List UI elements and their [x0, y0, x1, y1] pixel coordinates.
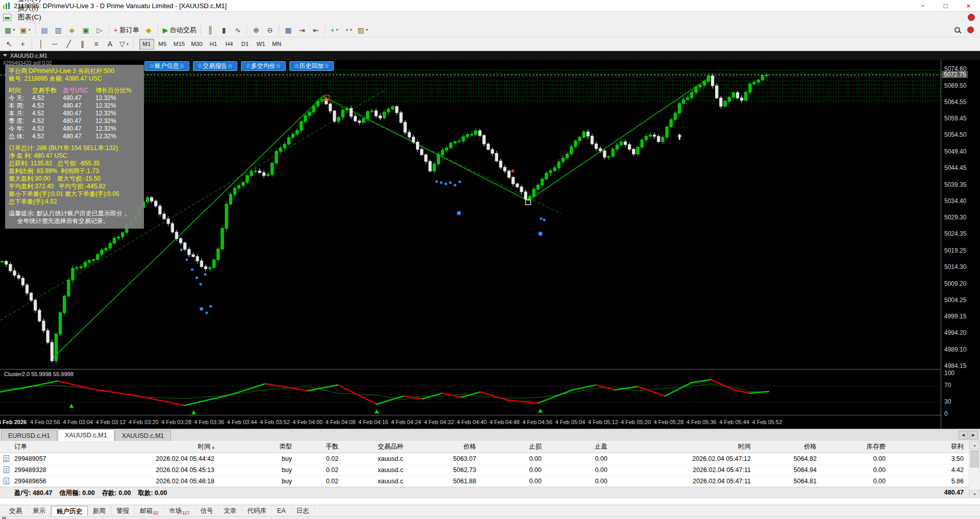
scroll-down-icon[interactable]: ▼ [969, 490, 980, 498]
search-icon[interactable] [954, 27, 960, 33]
timeframe-m30-button[interactable]: M30 [188, 39, 205, 50]
bottom-tab-11[interactable]: EA [272, 506, 291, 516]
timeframe-h1-button[interactable]: H1 [206, 39, 221, 50]
order-doc-icon [4, 455, 9, 462]
bottom-tab-5[interactable]: 警报 [111, 506, 135, 516]
bottom-tab-8[interactable]: 信号 [195, 506, 218, 516]
vertical-line-icon: │ [39, 40, 43, 47]
chart-button-3[interactable]: ☆多空均价☆ [241, 61, 286, 71]
crosshair-button[interactable]: + [16, 38, 29, 50]
channel-button[interactable]: ∥ [76, 38, 89, 50]
timeframe-mn-button[interactable]: MN [270, 39, 284, 50]
timeframe-h4-button[interactable]: H4 [222, 39, 237, 50]
chart-button-1[interactable]: ☆账户信息☆ [144, 61, 189, 71]
minimize-button[interactable]: − [911, 0, 934, 11]
chart-shift-button[interactable]: ⇤ [309, 24, 322, 36]
autotrading-button[interactable]: ▶自动交易 [161, 24, 199, 36]
history-row-2[interactable]: 2994893282026.02.04 05:45:13buy0.02xauus… [0, 464, 969, 476]
oscillator-chart-canvas[interactable] [0, 369, 941, 415]
chart-tab-1[interactable]: EURUSD.c,H1 [1, 430, 57, 441]
timeframe-w1-button[interactable]: W1 [254, 39, 268, 50]
column-header-1[interactable]: 订单 [13, 442, 92, 451]
collapse-chart-icon[interactable] [3, 54, 7, 57]
panel-table-row: 本 周:4.52480.4712.32% [9, 102, 140, 110]
new-chart-button[interactable]: ▦▾ [3, 24, 17, 36]
close-button[interactable]: × [957, 0, 980, 11]
bottom-tab-1[interactable]: 交易 [4, 506, 28, 516]
menu-item-3[interactable]: 插入(I) [13, 4, 47, 13]
chart-tab-3[interactable]: XAUUSD.c,M1 [115, 430, 172, 441]
chart-mini-icon [3, 14, 11, 21]
terminal-button[interactable]: ▣ [80, 24, 92, 36]
chart-button-4[interactable]: ☆历史回放☆ [289, 61, 334, 71]
indicators-button[interactable]: +▾ [328, 24, 340, 36]
candles-chart-button[interactable]: ▮ [217, 24, 230, 36]
periods-button[interactable]: ◔▾ [341, 24, 354, 36]
arrows-button[interactable]: ▽▾ [117, 38, 131, 50]
column-header-10[interactable]: 价格 [756, 442, 822, 451]
bottom-tab-7[interactable]: 市场117 [164, 506, 195, 516]
price-axis[interactable]: 5072.75 5074.605069.505064.555059.455054… [941, 60, 980, 429]
history-row-3[interactable]: 2994896562026.02.04 05:46:18buy0.02xauus… [0, 476, 969, 487]
time-axis[interactable]: 4 Feb 20264 Feb 02:564 Feb 03:044 Feb 03… [0, 415, 941, 429]
timeframe-d1-button[interactable]: D1 [238, 39, 253, 50]
timeframe-m5-button[interactable]: M5 [155, 39, 170, 50]
navigator-button[interactable]: ◈ [66, 24, 79, 36]
notification-icon[interactable] [968, 14, 975, 21]
bottom-tab-3[interactable]: 账户历史 [51, 506, 88, 516]
column-header-9[interactable]: 时间 [612, 442, 756, 451]
trendline-button[interactable]: ╱ [62, 38, 75, 50]
bottom-tab-4[interactable]: 新闻 [88, 506, 111, 516]
maximize-button[interactable]: □ [934, 0, 957, 11]
zoom-out-button[interactable]: ⊖ [263, 24, 276, 36]
panel-cell: 480.47 [63, 125, 95, 133]
horizontal-line-button[interactable]: ─ [48, 38, 61, 50]
timeframe-m15-button[interactable]: M15 [171, 39, 187, 50]
text-button[interactable]: A [104, 38, 116, 50]
profiles-button[interactable]: ▣▾ [18, 24, 32, 36]
strategy-tester-button[interactable]: ▷ [93, 24, 106, 36]
templates-button[interactable]: ▨▾ [355, 24, 370, 36]
column-header-12[interactable]: 获利 [891, 442, 969, 451]
scroll-up-icon[interactable]: ▲ [969, 441, 980, 449]
menu-item-4[interactable]: 图表(C) [13, 13, 47, 22]
column-header-4[interactable]: 手数 [297, 442, 344, 451]
column-header-11[interactable]: 库存费 [822, 442, 891, 451]
vertical-line-button[interactable]: │ [35, 38, 47, 50]
data-window-button[interactable]: ▥ [52, 24, 65, 36]
column-header-2[interactable]: 时间▴ [92, 442, 219, 451]
chart-button-2[interactable]: ☆交易报告☆ [193, 61, 238, 71]
column-header-7[interactable]: 止损 [481, 442, 547, 451]
tabs-scroll-left-icon[interactable]: ◀ [959, 431, 968, 439]
new-order-button[interactable]: +新订单 [112, 24, 141, 36]
auto-scroll-button[interactable]: ⇥ [296, 24, 308, 36]
bars-chart-button[interactable]: ║ [204, 24, 216, 36]
tabs-scroll-right-icon[interactable]: ▶ [969, 431, 978, 439]
zoom-in-button[interactable]: ⊕ [250, 24, 262, 36]
bottom-tab-2[interactable]: 展示 [28, 506, 51, 516]
cell: 2026.02.04 05:47:11 [612, 466, 756, 474]
line-chart-button[interactable]: ∿ [231, 24, 244, 36]
menu-item-2[interactable]: 显示(V) [13, 0, 47, 4]
scrollbar-thumb[interactable] [970, 450, 979, 467]
timeframe-m1-button[interactable]: M1 [139, 39, 154, 50]
fibonacci-button[interactable]: ≡ [90, 38, 103, 50]
bottom-tab-6[interactable]: 邮箱22 [135, 506, 164, 516]
tile-windows-button[interactable]: ▦ [282, 24, 295, 36]
column-header-3[interactable]: 类型 [219, 442, 297, 451]
bottom-tab-10[interactable]: 代码库 [242, 506, 272, 516]
bottom-tab-9[interactable]: 文章 [218, 506, 242, 516]
metaeditor-button[interactable]: ◆ [142, 24, 155, 36]
alert-icon[interactable] [967, 27, 974, 33]
column-header-5[interactable]: 交易品种 [344, 442, 408, 451]
cursor-button[interactable]: ↖ [3, 38, 15, 50]
bottom-tab-12[interactable]: 日志 [291, 506, 315, 516]
panel-cell: 12.32% [95, 117, 138, 125]
chart-tab-2[interactable]: XAUUSD.c,M1 [58, 429, 114, 441]
column-header-8[interactable]: 止盈 [547, 442, 612, 451]
market-watch-button[interactable]: ▤ [38, 24, 51, 36]
time-axis-label: 4 Feb 03:20 [129, 419, 159, 425]
column-header-6[interactable]: 价格 [408, 442, 481, 451]
terminal-scrollbar[interactable]: ▲ ▼ [969, 441, 980, 498]
history-row-1[interactable]: 2994890572026.02.04 05:44:42buy0.02xauus… [0, 453, 969, 464]
